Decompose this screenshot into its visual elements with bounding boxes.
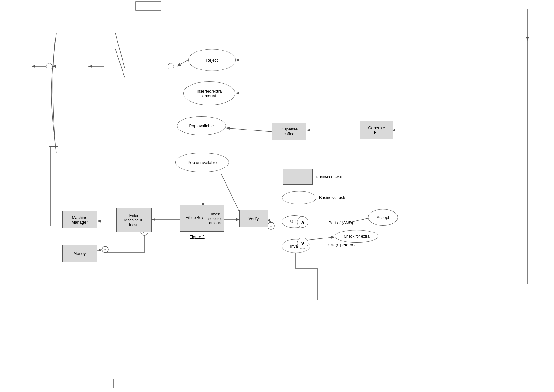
accept-ellipse: Accept bbox=[368, 209, 398, 226]
svg-line-23 bbox=[97, 250, 102, 250]
inserted-extra-ellipse: Inserted/extraamount bbox=[183, 81, 235, 105]
and-operator: ∧ bbox=[297, 216, 308, 228]
reject-ellipse: Reject bbox=[188, 49, 236, 71]
generate-bill-box: GenerateBill bbox=[360, 121, 393, 139]
arrows-svg: X v v bbox=[0, 0, 554, 392]
svg-line-9 bbox=[177, 60, 188, 66]
left-vert-line bbox=[49, 147, 52, 226]
figure-2-label: Figure 2 bbox=[190, 234, 205, 239]
legend-business-goal-label: Business Goal bbox=[316, 175, 342, 179]
svg-rect-3 bbox=[136, 2, 161, 10]
svg-rect-43 bbox=[182, 240, 224, 245]
svg-text:v: v bbox=[270, 225, 272, 228]
legend-business-task-label: Business Task bbox=[319, 195, 345, 200]
check-extra-ellipse: Check for extra bbox=[335, 230, 378, 243]
svg-line-12 bbox=[226, 128, 272, 132]
fill-up-box: Fill up Box Insert selectedamount bbox=[180, 205, 224, 232]
verify-box: Verify bbox=[239, 210, 268, 227]
legend-business-task-ellipse bbox=[282, 191, 316, 204]
slash-line bbox=[104, 32, 129, 69]
small-circle-middle bbox=[168, 63, 174, 69]
svg-text:v: v bbox=[105, 248, 106, 252]
legend-business-goal-box bbox=[283, 169, 313, 185]
or-operator: ∨ bbox=[297, 238, 308, 249]
svg-point-21 bbox=[102, 246, 108, 253]
pop-available-ellipse: Pop available bbox=[177, 116, 226, 135]
pop-unavailable-ellipse: Pop unavailable bbox=[175, 153, 229, 172]
svg-line-48 bbox=[115, 33, 125, 68]
left-arc bbox=[50, 32, 61, 155]
svg-rect-44 bbox=[114, 379, 139, 388]
machine-manager-box: MachineManager bbox=[62, 211, 97, 228]
dispense-coffee-box: Dispensecoffee bbox=[272, 123, 306, 140]
diagram-container: X v v bbox=[0, 0, 554, 392]
legend-part-of-and-label: Part of (AND) bbox=[328, 220, 353, 225]
svg-line-40 bbox=[308, 237, 335, 240]
legend-or-operator-label: OR (Operator) bbox=[328, 243, 355, 247]
money-box: Money bbox=[62, 245, 97, 262]
enter-machine-box: EnterMachine IDInsert bbox=[116, 208, 152, 232]
svg-point-28 bbox=[268, 222, 274, 229]
svg-line-30 bbox=[268, 220, 271, 222]
